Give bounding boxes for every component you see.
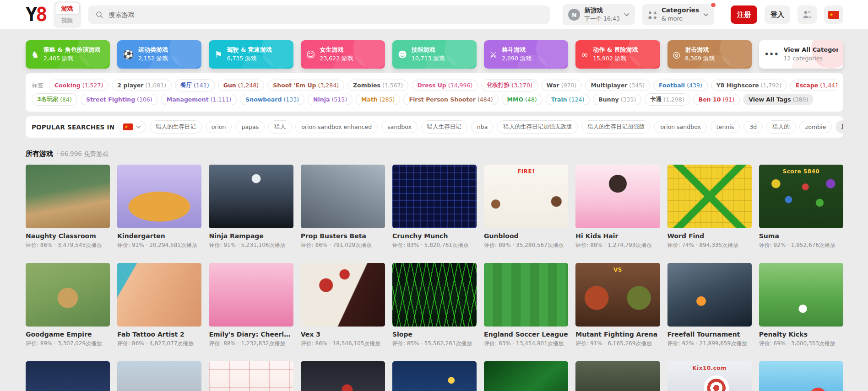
game-card[interactable] <box>575 361 660 391</box>
game-card[interactable]: VS Mutant Fighting Arena 评价: 91% · 6,165… <box>575 263 660 348</box>
game-thumbnail[interactable] <box>209 165 293 228</box>
game-card[interactable]: Freefall Tournament 评价: 92% · 21,899,659… <box>667 263 752 348</box>
search-term-pill[interactable]: 猎人生存日记 <box>421 120 467 134</box>
region-dropdown[interactable]: ★ <box>118 121 146 133</box>
search-term-pill[interactable]: 猎人的生存日记加强无敌版 <box>497 120 578 134</box>
tag-pill[interactable]: Snowboard(133) <box>240 94 304 105</box>
game-thumbnail[interactable]: Score 5840 <box>759 165 843 228</box>
tag-pill[interactable]: Shoot 'Em Up(3,284) <box>267 80 344 91</box>
game-card[interactable]: Ninja Rampage 评价: 91% · 5,231,106次播放 <box>209 165 293 249</box>
game-card[interactable]: Slope 评价: 85% · 55,562,261次播放 <box>392 263 477 348</box>
game-card[interactable]: Word Find 评价: 74% · 894,335次播放 <box>667 165 752 249</box>
game-card[interactable] <box>759 361 843 391</box>
category-pill[interactable]: ⚑ 驾驶 & 竞速游戏 6,735 游戏 <box>209 40 293 69</box>
search-term-pill[interactable]: tennis <box>711 121 740 133</box>
game-card[interactable]: Fab Tattoo Artist 2 评价: 86% · 4,827,077次… <box>117 263 201 348</box>
signup-button[interactable]: 注册 <box>731 5 757 24</box>
search-term-pill[interactable]: 猎人的生存日记加强版 <box>581 120 651 134</box>
tag-pill[interactable]: Gun(1,248) <box>218 80 265 91</box>
category-pill[interactable]: ⚽ 运动类游戏 2,152 游戏 <box>117 40 201 69</box>
game-thumbnail[interactable] <box>759 263 843 327</box>
game-card[interactable] <box>117 361 201 391</box>
game-title[interactable]: Crunchy Munch <box>392 232 477 240</box>
game-title[interactable]: Fab Tattoo Artist 2 <box>117 331 201 338</box>
game-thumbnail[interactable] <box>575 361 660 391</box>
game-title[interactable]: Gunblood <box>484 232 568 240</box>
tag-pill[interactable]: Ninja(515) <box>308 94 353 105</box>
game-thumbnail[interactable] <box>301 361 385 391</box>
game-card[interactable]: Crunchy Munch 评价: 83% · 5,820,761次播放 <box>392 165 477 249</box>
category-pill[interactable]: ⚔ 格斗游戏 2,090 游戏 <box>484 40 568 69</box>
game-thumbnail[interactable]: VS <box>575 263 660 327</box>
game-thumbnail[interactable] <box>209 361 293 391</box>
tag-pill[interactable]: Escape(1,441) <box>790 80 837 91</box>
search-term-pill[interactable]: sandbox <box>381 121 418 133</box>
game-title[interactable]: Slope <box>392 331 477 338</box>
game-card[interactable] <box>484 361 568 391</box>
game-thumbnail[interactable] <box>392 263 477 327</box>
tag-pill[interactable]: Football(439) <box>653 80 708 91</box>
game-thumbnail[interactable]: Kix10.com <box>667 361 752 391</box>
game-title[interactable]: Naughty Classroom <box>26 232 110 240</box>
search-term-pill[interactable]: 猎人的 <box>766 120 796 134</box>
tab-games[interactable]: 游戏 <box>55 3 80 15</box>
game-title[interactable]: Freefall Tournament <box>667 331 752 338</box>
game-thumbnail[interactable] <box>484 361 568 391</box>
game-card[interactable] <box>392 361 477 391</box>
search-term-pill[interactable]: orion sandbox <box>654 121 706 133</box>
tag-pill[interactable]: Management(1,111) <box>161 94 237 105</box>
search-input[interactable] <box>108 11 543 19</box>
tag-pill[interactable]: War(970) <box>541 80 582 91</box>
tag-pill[interactable]: Street Fighting(106) <box>81 94 158 105</box>
tag-pill[interactable]: Zombies(1,567) <box>347 80 408 91</box>
category-pill[interactable]: ☺ 女生游戏 23,622 游戏 <box>301 40 385 69</box>
new-games-dropdown[interactable]: N 新游戏 下一个 16:43 <box>563 4 635 25</box>
category-pill[interactable]: ♞ 策略 & 角色扮演游戏 2,405 游戏 <box>26 40 110 69</box>
category-pill[interactable]: ☻ 技能游戏 10,713 游戏 <box>392 40 477 69</box>
tag-pill[interactable]: Multiplayer(345) <box>585 80 650 91</box>
game-card[interactable] <box>301 361 385 391</box>
game-card[interactable]: Hi Kids Hair 评价: 88% · 1,274,793次播放 <box>575 165 660 249</box>
game-title[interactable]: Penalty Kicks <box>759 331 843 338</box>
game-card[interactable] <box>209 361 293 391</box>
category-pill[interactable]: ◎ 射击游戏 8,369 游戏 <box>667 40 752 69</box>
language-button[interactable]: ★ <box>824 5 843 24</box>
game-thumbnail[interactable] <box>301 165 385 228</box>
search-term-pill[interactable]: zombie <box>799 121 832 133</box>
login-button[interactable]: 登入 <box>765 5 790 24</box>
tag-pill[interactable]: 2 player(1,081) <box>112 80 172 91</box>
tag-pill[interactable]: Y8 Highscore(1,792) <box>711 80 787 91</box>
game-title[interactable]: Prop Busters Beta <box>301 232 385 240</box>
game-card[interactable]: Penalty Kicks 评价: 69% · 3,000,353次播放 <box>759 263 843 348</box>
game-thumbnail[interactable] <box>209 263 293 327</box>
game-card[interactable] <box>26 361 110 391</box>
game-card[interactable]: Kindergarten 评价: 91% · 20,294,581次播放 <box>117 165 201 249</box>
game-card[interactable]: Goodgame Empire 评价: 89% · 3,307,029次播放 <box>26 263 110 348</box>
game-thumbnail[interactable]: FIRE! <box>484 165 568 228</box>
game-card[interactable]: Prop Busters Beta 评价: 86% · 791,029次播放 <box>301 165 385 249</box>
game-title[interactable]: Goodgame Empire <box>26 331 110 338</box>
game-title[interactable]: Ninja Rampage <box>209 232 293 240</box>
game-card[interactable]: FIRE! Gunblood 评价: 89% · 35,280,567次播放 <box>484 165 568 249</box>
tab-videos[interactable]: 视频 <box>55 15 80 27</box>
y8-logo[interactable]: Y8 <box>26 5 46 24</box>
tag-pill[interactable]: Math(285) <box>356 94 400 105</box>
game-thumbnail[interactable] <box>26 165 110 228</box>
game-thumbnail[interactable] <box>484 263 568 327</box>
tag-pill[interactable]: 3名玩家(84) <box>32 93 77 106</box>
search-term-pill[interactable]: 猎人 <box>268 120 292 134</box>
game-thumbnail[interactable] <box>575 165 660 228</box>
game-card[interactable]: Score 5840 Suma 评价: 92% · 1,952,676次播放 <box>759 165 843 249</box>
game-thumbnail[interactable] <box>117 165 201 228</box>
tag-pill[interactable]: 餐厅(141) <box>175 79 215 91</box>
game-card[interactable]: Kix10.com <box>667 361 752 391</box>
tag-pill[interactable]: MMO(48) <box>502 94 542 105</box>
game-title[interactable]: England Soccer League <box>484 331 568 338</box>
game-thumbnail[interactable] <box>392 165 477 228</box>
search-term-pill[interactable]: papas <box>235 121 265 133</box>
search-term-pill[interactable]: 猎人的生存日记 <box>150 120 202 134</box>
game-card[interactable]: Vex 3 评价: 86% · 18,546,105次播放 <box>301 263 385 348</box>
tag-pill[interactable]: Train(124) <box>546 94 590 105</box>
tag-pill[interactable]: 化妆打扮(3,170) <box>481 79 538 91</box>
game-thumbnail[interactable] <box>26 263 110 327</box>
